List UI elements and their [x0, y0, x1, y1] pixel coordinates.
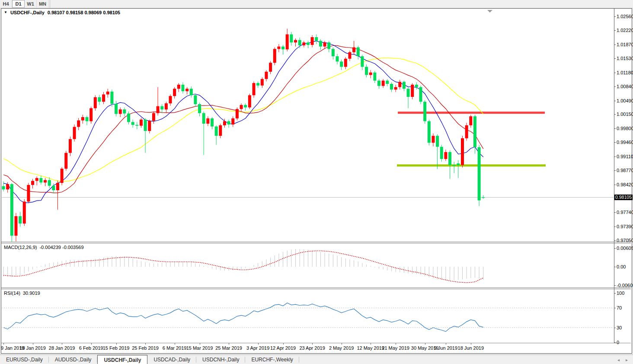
date-axis-label: 2 May 2019 [329, 345, 354, 351]
price-axis-label-tick [614, 30, 616, 31]
candle-body [135, 125, 138, 126]
candle-body [185, 89, 189, 91]
support-line[interactable] [397, 164, 546, 166]
date-axis-tick [425, 343, 425, 345]
candle-body [469, 116, 472, 125]
price-axis-label-tick [614, 142, 616, 143]
candle-body [348, 52, 351, 59]
candle-body [90, 108, 93, 121]
date-axis-label: 12 Apr 2019 [270, 345, 296, 351]
date-axis-separator [1, 343, 631, 343]
rsi-axis-label: 100 [617, 291, 624, 296]
candle-body [361, 56, 364, 67]
candle-body [110, 92, 113, 104]
tab-scroll-right-icon[interactable]: ▸ [626, 358, 628, 362]
candle-body [127, 114, 130, 122]
price-axis-label: 0.99110 [617, 154, 633, 159]
date-axis-tick [342, 343, 342, 345]
rsi-axis-label-tick [614, 308, 616, 308]
candle-body [436, 136, 439, 147]
candle-body [14, 216, 17, 236]
candle-body [273, 49, 276, 63]
candle-body [394, 87, 397, 90]
date-axis-tick [175, 343, 175, 345]
candle-body [10, 184, 13, 236]
timeframe-button-w1[interactable]: W1 [25, 0, 37, 8]
macd-axis-label: 0.006058 [617, 246, 633, 251]
price-axis-label: 0.98420 [617, 182, 633, 187]
candle-body [261, 79, 264, 86]
resistance-line[interactable] [398, 112, 545, 114]
candle-body [219, 125, 222, 136]
candle-body [144, 120, 147, 131]
candle-body [236, 109, 239, 118]
chart-tab-audusd[interactable]: AUDUSD-,Daily [49, 355, 98, 364]
chart-tab-eurchf[interactable]: EURCHF-,Weekly [245, 355, 299, 364]
candle-body [157, 106, 160, 113]
date-axis-label: 25 Feb 2019 [132, 345, 159, 351]
candle-body [428, 121, 431, 143]
price-axis-label: 0.97740 [617, 210, 633, 215]
date-axis-label: 28 Jan 2019 [49, 345, 75, 351]
chart-tab-usdcnh[interactable]: USDCNH-,Daily [196, 355, 245, 364]
candle-body [206, 118, 209, 124]
candle-body [77, 121, 80, 127]
candle-body [298, 40, 301, 45]
candle-body [323, 42, 326, 46]
timeframe-button-d1[interactable]: D1 [12, 0, 25, 8]
chart-shift-marker-icon[interactable] [487, 10, 492, 13]
candle-body [269, 63, 272, 72]
macd-axis-label-tick [614, 248, 616, 249]
price-axis-label: 0.97050 [617, 238, 633, 243]
ma-mid-line [3, 45, 483, 193]
timeframe-button-h4[interactable]: H4 [0, 0, 12, 8]
date-axis-tick [471, 343, 471, 345]
rsi-axis-label: 0 [617, 340, 619, 345]
timeframe-button-mn[interactable]: MN [37, 0, 49, 8]
candle-body [223, 121, 226, 125]
price-axis-label-tick [614, 73, 616, 73]
price-axis-label: 1.01870 [617, 42, 633, 47]
price-axis-label-tick [614, 16, 616, 17]
candle-body [211, 118, 214, 127]
candle-body [403, 82, 406, 89]
macd-signal-line [3, 251, 483, 283]
candle-body [411, 85, 414, 97]
price-axis-label: 1.00490 [617, 98, 633, 103]
candle-body [102, 94, 105, 102]
candle-body [432, 136, 435, 143]
candle-body [169, 96, 172, 103]
date-axis-label: 3 Apr 2019 [246, 345, 269, 351]
price-axis-label-tick [614, 114, 616, 115]
candle-body [98, 97, 101, 102]
chart-tab-eurusd[interactable]: EURUSD-,Daily [0, 355, 49, 364]
candle-body [307, 42, 310, 45]
macd-panel[interactable] [1, 243, 614, 287]
macd-axis-label-tick [614, 267, 616, 267]
candle-body [448, 152, 451, 165]
date-axis-label: 12 May 2019 [357, 345, 384, 351]
candle-body [52, 186, 55, 190]
price-chart-panel[interactable] [1, 9, 614, 242]
candle-body [231, 118, 234, 125]
date-axis-tick [446, 343, 446, 345]
chart-tab-usdchf[interactable]: USDCHF-,Daily [97, 355, 147, 364]
candle-body [165, 103, 168, 109]
candle-body [290, 34, 293, 42]
candle-body [369, 73, 372, 75]
macd-axis-label: 0.00 [617, 264, 626, 269]
candle-body [332, 49, 335, 56]
price-axis-label-tick [614, 101, 616, 101]
candle-body [227, 121, 230, 125]
candle-body [423, 102, 426, 121]
rsi-line [3, 303, 483, 332]
tab-scroll-left-icon[interactable]: ◂ [617, 358, 620, 362]
rsi-panel[interactable] [1, 289, 614, 343]
candle-body [473, 116, 476, 147]
chart-tabbar: EURUSD-,DailyAUDUSD-,DailyUSDCHF-,DailyU… [0, 354, 633, 364]
chart-tab-usdcad[interactable]: USDCAD-,Daily [147, 355, 196, 364]
rsi-axis-label-tick [614, 293, 616, 294]
date-axis-tick [62, 343, 62, 345]
price-axis-label-tick [614, 45, 616, 45]
price-axis-label: 1.00150 [617, 112, 633, 117]
